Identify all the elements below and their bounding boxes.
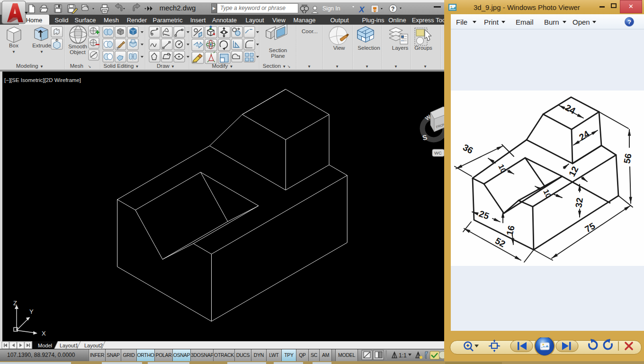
svg-text:10: 10 [497, 163, 508, 174]
svg-text:Layout1: Layout1 [60, 343, 78, 348]
svg-text:32: 32 [573, 197, 585, 209]
svg-text:WC: WC [434, 150, 442, 155]
svg-text:Model: Model [38, 343, 52, 348]
svg-text:16: 16 [504, 225, 516, 237]
svg-text:Y: Y [29, 308, 34, 315]
svg-text:25: 25 [478, 209, 491, 221]
svg-text:1:1: 1:1 [399, 352, 407, 359]
svg-text:?: ? [627, 18, 631, 26]
svg-text:Z: Z [13, 300, 17, 307]
svg-text:36: 36 [461, 142, 475, 155]
svg-text:52: 52 [493, 236, 507, 249]
svg-text:X: X [358, 5, 365, 14]
svg-text:?: ? [391, 6, 394, 12]
svg-text:Layout2: Layout2 [84, 343, 103, 348]
svg-text:10: 10 [542, 188, 553, 199]
svg-text:24: 24 [577, 128, 591, 142]
svg-text:56: 56 [622, 153, 633, 164]
svg-text:12: 12 [567, 164, 580, 178]
svg-text:X: X [42, 330, 46, 337]
svg-text:75: 75 [583, 220, 597, 234]
